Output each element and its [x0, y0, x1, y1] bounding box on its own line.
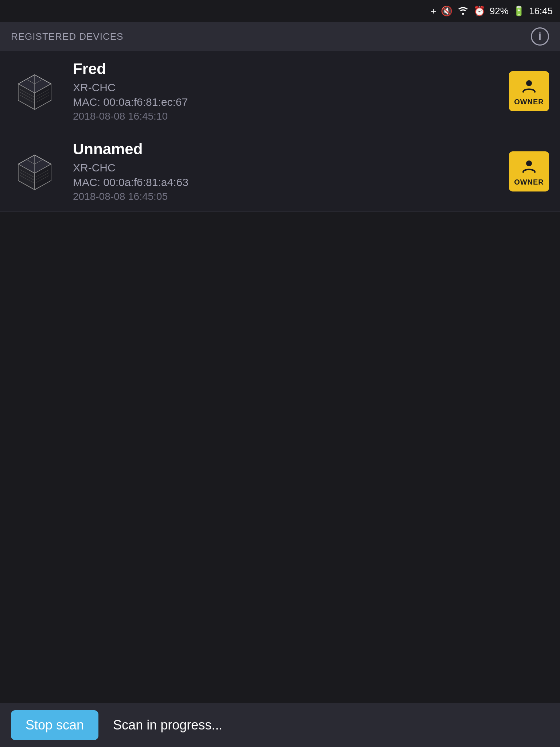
info-icon: i	[538, 31, 541, 42]
device-image	[11, 148, 58, 195]
svg-point-28	[526, 160, 532, 166]
device-item[interactable]: Unnamed XR-CHC MAC: 00:0a:f6:81:a4:63 20…	[0, 131, 560, 212]
svg-point-14	[526, 80, 532, 86]
owner-badge: OWNER	[509, 151, 549, 191]
wifi-icon	[457, 5, 469, 18]
alarm-icon: ⏰	[474, 5, 485, 17]
scan-status-text: Scan in progress...	[113, 717, 222, 733]
device-name: Unnamed	[73, 140, 502, 158]
device-timestamp: 2018-08-08 16:45:05	[73, 191, 502, 202]
device-mac: MAC: 00:0a:f6:81:ec:67	[73, 96, 502, 108]
battery-icon: 🔋	[513, 5, 525, 17]
owner-icon	[519, 76, 539, 96]
owner-label: OWNER	[514, 98, 544, 106]
device-model: XR-CHC	[73, 81, 502, 94]
info-button[interactable]: i	[531, 27, 549, 46]
device-item[interactable]: Fred XR-CHC MAC: 00:0a:f6:81:ec:67 2018-…	[0, 51, 560, 131]
owner-icon	[519, 156, 539, 177]
mute-icon: 🔇	[441, 5, 452, 17]
owner-badge: OWNER	[509, 71, 549, 111]
device-mac: MAC: 00:0a:f6:81:a4:63	[73, 176, 502, 189]
device-timestamp: 2018-08-08 16:45:10	[73, 111, 502, 122]
device-image	[11, 67, 58, 115]
battery-percent: 92%	[490, 5, 509, 17]
bottom-bar: Stop scan Scan in progress...	[0, 703, 560, 747]
section-title: REGISTERED DEVICES	[11, 31, 123, 42]
stop-scan-button[interactable]: Stop scan	[11, 710, 98, 740]
bluetooth-icon: +︎	[431, 5, 436, 17]
main-content: REGISTERED DEVICES i	[0, 22, 560, 703]
clock: 16:45	[529, 5, 553, 17]
section-header: REGISTERED DEVICES i	[0, 22, 560, 51]
owner-label: OWNER	[514, 178, 544, 186]
device-name: Fred	[73, 60, 502, 78]
device-info: Unnamed XR-CHC MAC: 00:0a:f6:81:a4:63 20…	[73, 140, 502, 202]
status-bar: +︎ 🔇 ⏰ 92% 🔋 16:45	[0, 0, 560, 22]
status-icons: +︎ 🔇 ⏰ 92% 🔋 16:45	[431, 5, 553, 18]
device-info: Fred XR-CHC MAC: 00:0a:f6:81:ec:67 2018-…	[73, 60, 502, 122]
device-model: XR-CHC	[73, 162, 502, 174]
svg-point-0	[462, 13, 464, 15]
device-list: Fred XR-CHC MAC: 00:0a:f6:81:ec:67 2018-…	[0, 51, 560, 212]
